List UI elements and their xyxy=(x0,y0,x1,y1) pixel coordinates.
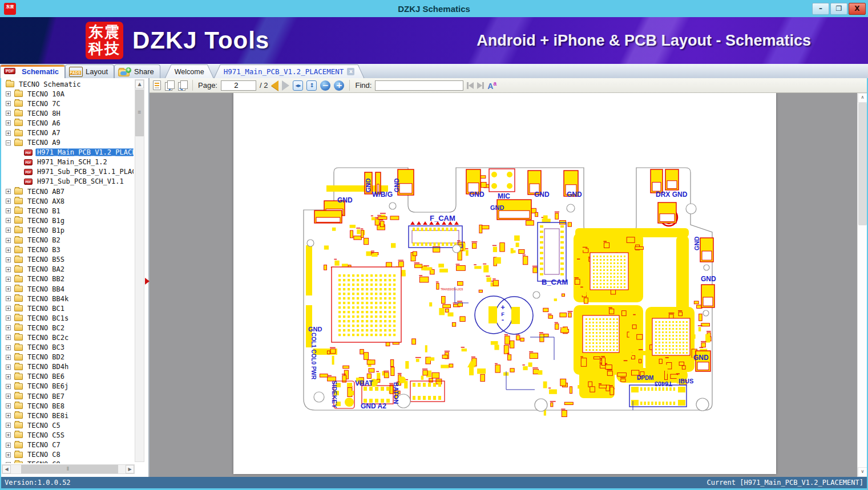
tree-item-label[interactable]: TECNO B2 xyxy=(26,236,62,244)
expand-icon[interactable]: + xyxy=(6,257,11,262)
find-next-icon[interactable] xyxy=(477,82,484,89)
expand-icon[interactable]: + xyxy=(6,315,11,321)
tree-item-folder[interactable]: +TECNO BE6 xyxy=(1,372,134,382)
tree-item-label[interactable]: TECNO BB4 xyxy=(26,285,66,293)
tree-item-label[interactable]: TECNO BC2 xyxy=(26,324,66,332)
tab-share[interactable]: + Share xyxy=(114,64,160,78)
tree-item-label[interactable]: TECNO C5 xyxy=(26,422,62,430)
tree-item-label[interactable]: TECNO BB2 xyxy=(26,275,66,283)
tree-item-label[interactable]: H971_Main_PCB_V1.2_PLACEMENT xyxy=(35,148,134,156)
tree-item-pdf[interactable]: PDFH971_Main_SCH_1.2 xyxy=(1,157,134,167)
tree-item-label[interactable]: TECNO AX8 xyxy=(26,197,66,205)
tree-item-folder[interactable]: +TECNO 10A xyxy=(1,89,134,99)
expand-icon[interactable]: + xyxy=(6,277,11,282)
expand-icon[interactable]: + xyxy=(6,248,11,253)
expand-icon[interactable]: + xyxy=(6,403,11,408)
expand-icon[interactable]: + xyxy=(6,335,11,340)
tree-item-label[interactable]: TECNO B1 xyxy=(26,207,62,215)
tree-item-folder[interactable]: +TECNO C8 xyxy=(1,450,134,460)
tree-item-label[interactable]: TECNO BC1 xyxy=(26,305,66,313)
tree-item-folder[interactable]: +TECNO A7 xyxy=(1,128,134,137)
tree-item-folder[interactable]: +TECNO C5 xyxy=(1,420,134,430)
next-page-icon[interactable] xyxy=(282,80,289,91)
fit-width-icon[interactable]: ◂▸ xyxy=(293,80,303,91)
tree-item-label[interactable]: TECNO B1p xyxy=(26,226,66,234)
viewer-scroll-up-icon[interactable]: ∧ xyxy=(858,93,867,103)
tree-vertical-scrollbar[interactable]: ▲ xyxy=(135,79,144,462)
doc-tab-welcome[interactable]: Welcome xyxy=(165,65,213,78)
doc-tab-close-icon[interactable]: x xyxy=(347,68,354,75)
tree-item-folder[interactable]: +TECNO B1p xyxy=(1,225,134,235)
tree-item-label[interactable]: TECNO A6 xyxy=(26,119,62,127)
expand-icon[interactable]: + xyxy=(6,384,11,389)
collapse-icon[interactable]: − xyxy=(6,140,11,145)
minimize-button[interactable]: – xyxy=(812,3,829,15)
tree-item-folder[interactable]: +TECNO BE7 xyxy=(1,391,134,401)
scroll-right-icon[interactable]: ▶ xyxy=(126,465,134,473)
tree-item-folder[interactable]: +TECNO B1g xyxy=(1,216,134,225)
tab-layout[interactable]: PADS Layout xyxy=(65,64,114,78)
tree-item-label[interactable]: TECNO B1g xyxy=(26,217,66,225)
expand-icon[interactable]: + xyxy=(6,365,11,370)
expand-icon[interactable]: + xyxy=(6,345,11,350)
zoom-out-icon[interactable]: − xyxy=(320,80,330,91)
expand-icon[interactable]: + xyxy=(6,267,11,272)
tab-schematic[interactable]: PDF Schematic xyxy=(0,64,65,78)
font-size-icon[interactable]: Aa xyxy=(487,80,496,91)
tree-item-folder[interactable]: +TECNO BC1s xyxy=(1,313,134,323)
page-number-input[interactable] xyxy=(221,80,256,91)
doc-tab-placement[interactable]: H971_Main_PCB_V1.2_PLACEMENT x xyxy=(215,65,364,78)
expand-icon[interactable]: + xyxy=(6,101,11,106)
expand-icon[interactable]: + xyxy=(6,218,11,223)
expand-icon[interactable]: + xyxy=(6,452,11,457)
tree-item-label[interactable]: H971_Main_SCH_1.2 xyxy=(35,158,109,166)
tree-item-folder[interactable]: +TECNO BE6j xyxy=(1,382,134,391)
expand-icon[interactable]: + xyxy=(6,120,11,125)
expand-icon[interactable]: + xyxy=(6,423,11,428)
tree-item-pdf[interactable]: PDFH971_Sub_PCB_3_V1.1_PLACEMENT xyxy=(1,167,134,177)
tree-item-label[interactable]: TECNO B3 xyxy=(26,246,62,254)
tree-item-folder[interactable]: +TECNO BE8i xyxy=(1,411,134,420)
tree-item-folder[interactable]: +TECNO BC2 xyxy=(1,323,134,333)
tree-item-label[interactable]: TECNO AB7 xyxy=(26,188,66,196)
expand-icon[interactable]: + xyxy=(6,462,11,463)
scroll-up-icon[interactable]: ▲ xyxy=(135,80,144,88)
expand-icon[interactable]: + xyxy=(6,374,11,379)
viewer-vscroll-thumb[interactable] xyxy=(858,103,867,225)
tree-item-folder[interactable]: +TECNO 7C xyxy=(1,99,134,108)
tree-item-label[interactable]: TECNO BC3 xyxy=(26,343,66,351)
tree-item-label[interactable]: H971_Sub_PCB_SCH_V1.1 xyxy=(35,177,126,185)
tree-item-folder[interactable]: +TECNO B3 xyxy=(1,245,134,255)
tree-item-folder[interactable]: +TECNO 8H xyxy=(1,108,134,118)
tree-item-folder[interactable]: +TECNO BD4h xyxy=(1,362,134,372)
expand-icon[interactable]: + xyxy=(6,238,11,243)
tree-item-folder[interactable]: +TECNO C5S xyxy=(1,430,134,440)
tree-item-folder[interactable]: +TECNO AX8 xyxy=(1,196,134,206)
expand-icon[interactable]: + xyxy=(6,228,11,233)
tree-item-folder[interactable]: +TECNO BB4k xyxy=(1,294,134,303)
tree-item-label[interactable]: TECNO BE7 xyxy=(26,392,66,400)
find-previous-icon[interactable] xyxy=(467,82,474,89)
tree-item-folder[interactable]: +TECNO BC1 xyxy=(1,303,134,313)
expand-icon[interactable]: + xyxy=(6,355,11,360)
tree-item-pdf[interactable]: PDFH971_Sub_PCB_SCH_V1.1 xyxy=(1,177,134,187)
expand-icon[interactable]: + xyxy=(6,208,11,213)
single-page-icon[interactable] xyxy=(153,80,161,90)
expand-icon[interactable]: + xyxy=(6,199,11,204)
tree-item-label[interactable]: TECNO A9 xyxy=(26,139,62,147)
pdf-viewer[interactable]: +F-TRANSSION-L0C6GNDGNDGNDW/B/GGNDMICGND… xyxy=(150,93,867,477)
tree-item-folder[interactable]: +TECNO C7 xyxy=(1,440,134,449)
fit-page-icon[interactable]: ↕ xyxy=(306,80,317,91)
find-input[interactable] xyxy=(375,80,463,91)
tree-item-label[interactable]: TECNO BE6j xyxy=(26,382,70,390)
tree-item-folder[interactable]: +TECNO BC2c xyxy=(1,333,134,342)
tree-item-folder[interactable]: +TECNO BB4 xyxy=(1,284,134,294)
tree-item-folder[interactable]: +TECNO B5S xyxy=(1,255,134,265)
tree-item-label[interactable]: TECNO C7 xyxy=(26,441,62,449)
tree-item-folder[interactable]: +TECNO BB2 xyxy=(1,274,134,284)
expand-icon[interactable]: + xyxy=(6,131,11,136)
tree-hscroll-thumb[interactable] xyxy=(21,465,118,473)
tree-item-label[interactable]: TECNO B5S xyxy=(26,256,66,264)
tree-item-label[interactable]: TECNO 10A xyxy=(26,90,66,98)
tree-vscroll-thumb[interactable] xyxy=(135,90,144,136)
